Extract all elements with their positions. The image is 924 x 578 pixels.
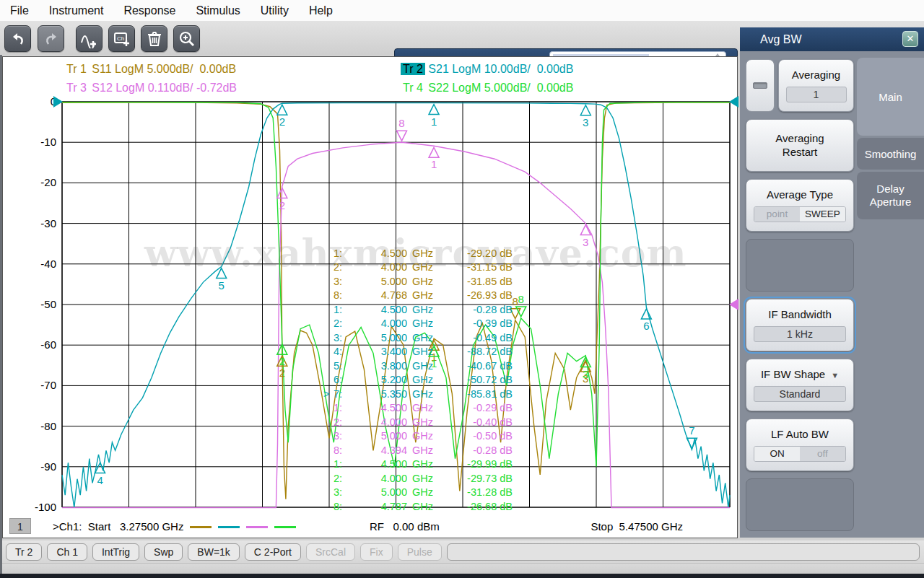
marker-row: 2:4.000GHz-0.39 dB [323,317,513,331]
status-field-srccal: SrcCal [306,543,355,561]
trace-color-swatches [183,520,296,533]
average-type-segmented[interactable]: point SWEEP [754,206,846,222]
if-bandwidth-value: 1 kHz [754,326,846,342]
stimulus-stop-text: Stop 5.47500 GHz [590,520,683,533]
status-field-c-2-port[interactable]: C 2-Port [245,543,301,561]
status-field-bw-1k[interactable]: BW=1k [188,543,240,561]
trace-header-tr1[interactable]: Tr 1 S11 LogM 5.000dB/ 0.00dB [64,63,236,76]
close-icon: ✕ [907,33,915,44]
if-bw-shape-softkey[interactable]: IF BW Shape▼ Standard [746,359,854,411]
if-bw-shape-value: Standard [754,386,846,402]
lf-auto-bw-softkey[interactable]: LF Auto BW ON off [746,419,854,471]
status-field-inttrig[interactable]: IntTrig [92,543,139,561]
tab-smoothing[interactable]: Smoothing [857,138,924,170]
averaging-toggle-button[interactable] [746,59,775,112]
marker-row: 2:4.000GHz-0.40 dB [323,415,513,429]
panel-close-button[interactable]: ✕ [902,31,918,47]
ref-level-arrow[interactable] [53,96,63,108]
marker-row: 1:4.500GHz-29.20 dB [323,246,513,260]
y-tick-label: -10 [25,136,56,148]
empty-softkey [746,239,854,292]
menu-item-help[interactable]: Help [299,1,343,20]
y-tick-label: -90 [25,460,56,473]
status-field-ch-1[interactable]: Ch 1 [47,543,87,561]
tab-delay-aperture[interactable]: Delay Aperture [857,172,924,219]
marker-row: 1:4.500GHz-29.99 dB [323,457,513,472]
marker-5[interactable]: 5 [217,268,227,292]
trace-swatch [246,526,268,528]
svg-text:3: 3 [583,236,588,248]
empty-softkey [746,478,854,531]
if-bandwidth-softkey[interactable]: IF Bandwidth 1 kHz [746,299,854,351]
averaging-softkey[interactable]: Averaging 1 [778,59,854,112]
redo-icon [43,30,60,48]
menu-item-file[interactable]: File [0,1,39,20]
status-field-pulse: Pulse [398,543,442,561]
ref-level-arrow[interactable] [729,96,738,108]
delete-button[interactable] [141,25,167,52]
marker-row: 3:5.000GHz-31.28 dB [323,486,513,500]
marker-row: 5:3.800GHz-40.67 dB [323,359,513,373]
svg-text:3: 3 [583,116,588,128]
lf-auto-bw-segmented[interactable]: ON off [754,446,846,462]
marker-1[interactable]: 1 [429,105,439,128]
average-type-softkey[interactable]: Average Type point SWEEP [746,179,854,232]
svg-text:4: 4 [97,474,103,486]
status-field-swp[interactable]: Swp [144,543,183,561]
redo-button [38,25,64,52]
marker-2[interactable]: 2 [277,105,287,128]
y-tick-label: -60 [25,338,56,351]
marker-row: 2:4.000GHz-31.15 dB [323,260,513,275]
average-type-sweep-option[interactable]: SWEEP [800,207,845,222]
channel-number-badge[interactable]: 1 [9,518,31,534]
trace-swatch [218,526,240,528]
trace-header-tr3[interactable]: Tr 3 S12 LogM 0.110dB/ -0.72dB [64,82,237,95]
delete-icon [146,30,163,48]
marker-8[interactable]: 8 [396,117,406,141]
add-trace-icon [80,30,99,48]
lf-auto-bw-on-option[interactable]: ON [754,447,800,461]
marker-1[interactable]: 1 [429,147,439,170]
svg-text:2: 2 [279,367,285,379]
averaging-restart-softkey[interactable]: Averaging Restart [746,119,854,172]
marker-row: 1:4.500GHz-0.28 dB [323,302,513,317]
svg-text:1: 1 [431,158,437,170]
trace-header-tr4[interactable]: Tr 4 S22 LogM 5.000dB/ 0.00dB [401,82,573,95]
svg-text:Ch: Ch [117,35,124,42]
stimulus-start-text: >Ch1: Start 3.27500 GHz [53,520,183,533]
menu-bar: FileInstrumentResponseStimulusUtilityHel… [0,0,924,22]
status-field-tr-2[interactable]: Tr 2 [6,543,42,561]
led-indicator-icon [753,82,767,89]
menu-item-instrument[interactable]: Instrument [39,1,114,20]
svg-text:7: 7 [689,424,694,437]
y-tick-label: 0 [25,95,56,108]
svg-text:2: 2 [279,199,285,211]
y-tick-label: -30 [25,217,56,229]
menu-item-response[interactable]: Response [113,1,186,20]
tab-main[interactable]: Main [857,58,924,136]
lf-auto-bw-off-option[interactable]: off [800,447,845,461]
average-type-point-option[interactable]: point [754,207,800,222]
marker-3[interactable]: 3 [580,225,590,248]
svg-text:5: 5 [219,279,225,292]
marker-row: 8:4.787GHz-26.68 dB [323,499,513,514]
vna-application-window: FileInstrumentResponseStimulusUtilityHel… [0,0,924,578]
marker-row: 4:3.400GHz-88.72 dB [323,345,513,359]
add-channel-button[interactable]: Ch [108,25,135,52]
add-trace-button[interactable] [76,25,103,52]
marker-3[interactable]: 3 [580,105,590,128]
menu-item-utility[interactable]: Utility [250,1,299,20]
zoom-button[interactable] [173,25,200,52]
menu-item-stimulus[interactable]: Stimulus [186,1,250,20]
marker-row: 2:4.000GHz-29.73 dB [323,471,513,486]
ref-level-arrow[interactable] [729,299,738,310]
channel-window: Tr 1 S11 LogM 5.000dB/ 0.00dBTr 2 S21 Lo… [2,56,738,538]
marker-row: 1:4.500GHz-0.29 dB [323,401,513,416]
trace-header-tr2[interactable]: Tr 2 S21 LogM 10.00dB/ 0.00dB [401,63,573,76]
undo-button[interactable] [4,25,31,52]
zoom-icon [178,30,196,48]
rf-power-text: RF 0.00 dBm [370,520,440,533]
window-frame-left [0,55,2,574]
add-channel-icon: Ch [113,30,131,48]
y-tick-label: -40 [25,258,56,270]
